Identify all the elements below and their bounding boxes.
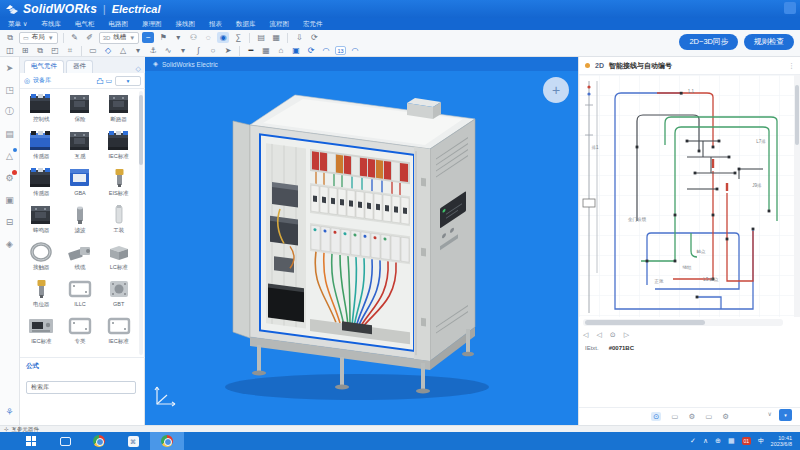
- part-item-4[interactable]: 互感: [61, 128, 100, 165]
- arc-icon[interactable]: ◠: [320, 45, 332, 56]
- sigma-icon[interactable]: ∑: [232, 32, 244, 43]
- taskbar-active-app-button[interactable]: [150, 432, 184, 450]
- sync-icon[interactable]: ⟳: [305, 45, 317, 56]
- ruler-icon[interactable]: △: [117, 45, 129, 56]
- refresh-icon[interactable]: ⟳: [308, 32, 320, 43]
- image-icon[interactable]: ▦: [260, 45, 272, 56]
- part-item-1[interactable]: 保险: [61, 91, 100, 128]
- cabinet-3d-model[interactable]: [145, 57, 578, 425]
- menu-item-3[interactable]: 电路图: [109, 20, 129, 29]
- part-item-11[interactable]: 工装: [99, 202, 138, 239]
- parts-scrollbar[interactable]: [139, 91, 143, 355]
- taskbar-browser-button[interactable]: [82, 432, 116, 450]
- view-icon[interactable]: ◉: [217, 32, 229, 43]
- menu-item-7[interactable]: 数据库: [236, 20, 256, 29]
- menu-item-4[interactable]: 原理图: [142, 20, 162, 29]
- arc-blue-icon[interactable]: ◠: [349, 45, 361, 56]
- parts-tab-0[interactable]: 电气元件: [24, 60, 64, 73]
- circle-dash-icon[interactable]: ◌: [202, 32, 214, 43]
- caret-icon[interactable]: ▾: [177, 45, 189, 56]
- box-icon[interactable]: ▣: [3, 193, 16, 206]
- schematic-blue-button[interactable]: ▾: [779, 409, 792, 421]
- cube-icon[interactable]: ◳: [3, 83, 16, 96]
- schematic-tool-icon-0[interactable]: ⊙: [651, 412, 661, 421]
- part-item-13[interactable]: 线缆: [61, 239, 100, 276]
- viewport-3d[interactable]: ◈ SolidWorks Electric: [145, 57, 578, 425]
- start-button[interactable]: [14, 432, 48, 450]
- menu-item-8[interactable]: 流程图: [270, 20, 290, 29]
- schematic-vscrollbar[interactable]: [794, 75, 800, 317]
- part-item-12[interactable]: 接触器: [22, 239, 61, 276]
- frame-flag-icon[interactable]: ⚑: [157, 32, 169, 43]
- caret-icon[interactable]: ▾: [172, 32, 184, 43]
- folder-search-icon[interactable]: ◰: [49, 45, 61, 56]
- print-icon[interactable]: ⊞: [19, 45, 31, 56]
- tray-icon-1[interactable]: ∧: [703, 437, 708, 445]
- export-icon[interactable]: ◫: [4, 45, 16, 56]
- collapse-toggle-button[interactable]: −: [142, 32, 154, 43]
- part-item-6[interactable]: 传感器: [22, 165, 61, 202]
- part-item-14[interactable]: LC标准: [99, 239, 138, 276]
- tray-icon-2[interactable]: ⊕: [715, 437, 721, 445]
- info-icon[interactable]: ⓘ: [3, 105, 16, 118]
- curve-icon[interactable]: ∿: [162, 45, 174, 56]
- kebab-menu-icon[interactable]: ⋮: [788, 62, 795, 70]
- triangle-icon[interactable]: △: [3, 149, 16, 162]
- layout-combobox[interactable]: ▭ 布局 ▼: [19, 32, 58, 44]
- rail-bottom-icon[interactable]: ⚘: [5, 407, 13, 417]
- duct-combobox[interactable]: 3D 线槽 ▼: [99, 32, 140, 44]
- add-button[interactable]: +: [543, 77, 569, 103]
- menu-item-2[interactable]: 电气柜: [75, 20, 95, 29]
- menu-item-5[interactable]: 接线图: [176, 20, 196, 29]
- titlebar-corner-icon[interactable]: [784, 2, 796, 14]
- part-item-10[interactable]: 滤波: [61, 202, 100, 239]
- part-item-5[interactable]: IEC标准: [99, 128, 138, 165]
- part-item-3[interactable]: 传感器: [22, 128, 61, 165]
- part-item-0[interactable]: 控制线: [22, 91, 61, 128]
- tray-badge[interactable]: 01: [742, 437, 752, 445]
- anchor-icon[interactable]: ⚓: [147, 45, 159, 56]
- rule-check-button[interactable]: 规则检查: [744, 34, 794, 50]
- copy-icon[interactable]: ⧉: [34, 45, 46, 56]
- home-icon[interactable]: ⌂: [275, 45, 287, 56]
- schematic-nav-icon-3[interactable]: ▷: [624, 331, 629, 339]
- part-item-15[interactable]: 电位器: [22, 276, 61, 313]
- cursor-icon[interactable]: ➤: [222, 45, 234, 56]
- caret-icon[interactable]: ▾: [132, 45, 144, 56]
- rect-icon[interactable]: ▭: [87, 45, 99, 56]
- gear-icon[interactable]: ⚙: [3, 171, 16, 184]
- clamp-icon[interactable]: ⊟: [3, 215, 16, 228]
- zoom-window-icon[interactable]: ⌗: [64, 45, 76, 56]
- part-item-2[interactable]: 断路器: [99, 91, 138, 128]
- printer-grid-icon[interactable]: ▦: [270, 32, 282, 43]
- schematic-hscrollbar[interactable]: [583, 319, 783, 326]
- part-item-8[interactable]: EIS标准: [99, 165, 138, 202]
- page-icon[interactable]: ▤: [255, 32, 267, 43]
- document-icon[interactable]: ▤: [3, 127, 16, 140]
- part-item-7[interactable]: GBA: [61, 165, 100, 202]
- schematic-tool-icon-1[interactable]: ▭: [671, 412, 678, 421]
- part-item-17[interactable]: GBT: [99, 276, 138, 313]
- menu-item-1[interactable]: 布线库: [42, 20, 62, 29]
- ime-indicator[interactable]: 中: [758, 437, 765, 446]
- schematic-toolbar-caret[interactable]: ∨: [768, 410, 772, 417]
- taskbar-search-button[interactable]: [48, 432, 82, 450]
- menu-item-9[interactable]: 宏元件: [303, 20, 323, 29]
- schematic-tool-icon-3[interactable]: ▭: [705, 412, 712, 421]
- spline-icon[interactable]: ∫: [192, 45, 204, 56]
- tray-icon-3[interactable]: ▦: [728, 437, 735, 445]
- part-item-16[interactable]: ILLC: [61, 276, 100, 313]
- filter-icons[interactable]: 凸 ▭: [96, 76, 112, 86]
- schematic-tool-icon-2[interactable]: ⚙: [688, 412, 695, 421]
- part-item-9[interactable]: 蜂鸣器: [22, 202, 61, 239]
- parts-tab-1[interactable]: 器件: [66, 60, 93, 73]
- part-item-19[interactable]: 专类: [61, 313, 100, 350]
- diamond-icon[interactable]: ◈: [3, 237, 16, 250]
- tray-icon-0[interactable]: ✓: [690, 437, 696, 445]
- window-icon[interactable]: ⧉: [4, 32, 16, 43]
- schematic-canvas[interactable]: 1.1排1L7排全门联锁触点绕组正派L3.触点J9排: [579, 75, 795, 317]
- schematic-tool-icon-4[interactable]: ⚙: [722, 412, 729, 421]
- part-item-20[interactable]: IEC标准: [99, 313, 138, 350]
- taskbar-app-button[interactable]: ⌘: [116, 432, 150, 450]
- download-icon[interactable]: ⇩: [293, 32, 305, 43]
